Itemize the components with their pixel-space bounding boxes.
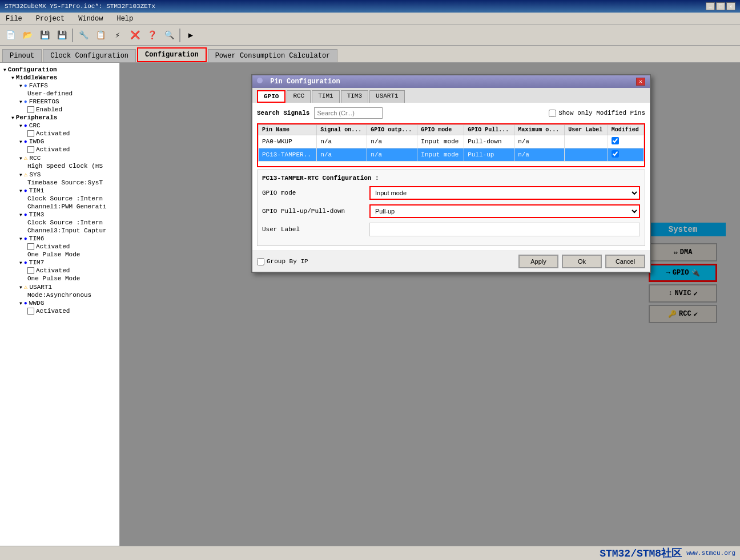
tree-middlewares[interactable]: MiddleWares (10, 74, 117, 82)
toolbar-new[interactable]: 📄 (2, 27, 18, 43)
menu-project[interactable]: Project (33, 14, 68, 24)
tree-rcc[interactable]: ⚠ RCC (18, 154, 117, 162)
cancel-button[interactable]: Cancel (605, 255, 645, 268)
tree-freertos[interactable]: ● FREERTOS (18, 98, 117, 106)
tree-crc[interactable]: ● CRC (18, 122, 117, 130)
tim1-ch1[interactable]: Channel1:PWM Generati (26, 203, 117, 211)
fatfs-user-defined[interactable]: User-defined (26, 90, 117, 98)
tree-tim3[interactable]: ● TIM3 (18, 211, 117, 219)
tim1-clock-label: Clock Source :Intern (27, 195, 103, 202)
wwdg-checkbox[interactable] (27, 308, 34, 315)
wwdg-activated[interactable]: Activated (26, 307, 117, 315)
tree-tim1[interactable]: ● TIM1 (18, 187, 117, 195)
search-input[interactable] (314, 107, 383, 119)
tim1-label: TIM1 (29, 187, 44, 194)
menu-window[interactable]: Window (75, 14, 106, 24)
iwdg-checkbox[interactable] (27, 146, 34, 153)
window-controls: _ □ ✕ (706, 2, 735, 10)
tim3-ch3[interactable]: Channel3:Input Captur (26, 227, 117, 235)
gpio-pull-select[interactable]: No pull-up and no pull-down Pull-up Pull… (369, 204, 640, 218)
tab-clock[interactable]: Clock Configuration (43, 49, 136, 62)
toolbar-open[interactable]: 📂 (19, 27, 35, 43)
toolbar-save[interactable]: 💾 (37, 27, 53, 43)
modal-overlay: Pin Configuration ✕ GPIO RCC TIM1 (120, 63, 740, 546)
maximize-button[interactable]: □ (716, 2, 725, 10)
dialog-tab-gpio[interactable]: GPIO (257, 90, 285, 103)
dialog-tab-usart1[interactable]: USART1 (369, 90, 405, 103)
tree-sys[interactable]: ⚠ SYS (18, 170, 117, 179)
ok-button[interactable]: Ok (562, 255, 602, 268)
tim1-clock[interactable]: Clock Source :Intern (26, 195, 117, 203)
toolbar-run[interactable]: ▶ (183, 27, 199, 43)
dialog-tab-rcc[interactable]: RCC (287, 90, 311, 103)
show-modified-checkbox[interactable] (549, 110, 556, 117)
dialog-tab-tim3[interactable]: TIM3 (341, 90, 368, 103)
tree-configuration-label[interactable]: Configuration (2, 66, 117, 74)
iwdg-activated[interactable]: Activated (26, 146, 117, 154)
dialog-title-content: Pin Configuration (257, 78, 340, 86)
toolbar-btn4[interactable]: 📋 (92, 27, 108, 43)
tim3-ch3-label: Channel3:Input Captur (27, 227, 107, 234)
toolbar-btn6[interactable]: ❌ (127, 27, 143, 43)
table-row[interactable]: PC13-TAMPER.. n/a n/a Input mode Pull-up… (259, 148, 644, 162)
tim6-activated[interactable]: Activated (26, 243, 117, 251)
gpio-mode-select[interactable]: Input mode Output Push Pull Output Open … (369, 186, 640, 200)
close-button[interactable]: ✕ (726, 2, 735, 10)
dialog-tab-tim1[interactable]: TIM1 (312, 90, 339, 103)
modified-checkbox-0[interactable] (612, 137, 619, 144)
usart1-mode[interactable]: Mode:Asynchronous (26, 291, 117, 299)
toolbar-search[interactable]: 🔍 (161, 27, 177, 43)
freertos-enabled-checkbox[interactable] (27, 106, 34, 113)
crc-checkbox[interactable] (27, 130, 34, 137)
tree-peripherals-section: Peripherals ● CRC Activated (2, 114, 117, 315)
title-bar: STM32CubeMX YS-F1Pro.ioc*: STM32F103ZETx… (0, 0, 740, 13)
group-by-ip-checkbox[interactable] (257, 258, 264, 265)
apply-button[interactable]: Apply (518, 255, 558, 268)
toolbar-help[interactable]: ❓ (144, 27, 160, 43)
minimize-button[interactable]: _ (706, 2, 715, 10)
modified-0 (608, 135, 644, 148)
tree-iwdg-children: Activated (18, 146, 117, 154)
tim6-checkbox[interactable] (27, 243, 34, 250)
menu-help[interactable]: Help (113, 14, 136, 24)
toolbar-save2[interactable]: 💾 (54, 27, 70, 43)
modified-checkbox-1[interactable] (612, 150, 619, 158)
menu-file[interactable]: File (2, 14, 26, 24)
sys-timebase[interactable]: Timebase Source:SysT (26, 179, 117, 187)
tree-usart1[interactable]: ⚠ USART1 (18, 283, 117, 291)
tim3-label: TIM3 (29, 211, 44, 218)
rcc-hsc[interactable]: High Speed Clock (HS (26, 162, 117, 170)
tree-tim7[interactable]: ● TIM7 (18, 259, 117, 267)
iwdg-icon: ● (24, 139, 27, 145)
tim3-clock[interactable]: Clock Source :Intern (26, 219, 117, 227)
tab-pinout[interactable]: Pinout (2, 49, 42, 62)
toolbar-btn5[interactable]: ⚡ (110, 27, 126, 43)
freertos-enabled[interactable]: Enabled (26, 106, 117, 114)
tree-tim6[interactable]: ● TIM6 (18, 235, 117, 243)
expand-freertos (19, 98, 22, 105)
dialog-close-button[interactable]: ✕ (636, 78, 645, 86)
tree-iwdg-section: ● IWDG Activated (10, 138, 117, 154)
toolbar-btn3[interactable]: 🔧 (75, 27, 91, 43)
crc-activated[interactable]: Activated (26, 130, 117, 138)
pin-config-dialog: Pin Configuration ✕ GPIO RCC TIM1 (251, 74, 651, 273)
tree-wwdg[interactable]: ● WWDG (18, 299, 117, 307)
tim6-icon: ● (24, 236, 27, 242)
tim7-opm[interactable]: One Pulse Mode (26, 275, 117, 283)
tim7-activated[interactable]: Activated (26, 267, 117, 275)
gpio-mode-row: GPIO mode Input mode Output Push Pull Ou… (262, 186, 640, 200)
tree-iwdg[interactable]: ● IWDG (18, 138, 117, 146)
tab-power[interactable]: Power Consumption Calculator (208, 49, 338, 62)
tim7-checkbox[interactable] (27, 267, 34, 274)
tab-configuration[interactable]: Configuration (137, 47, 207, 62)
user-label-input[interactable] (369, 223, 640, 236)
tree-peripherals[interactable]: Peripherals (10, 114, 117, 122)
tree-tim3-children: Clock Source :Intern Channel3:Input Capt… (18, 219, 117, 235)
tim6-opm[interactable]: One Pulse Mode (26, 251, 117, 259)
tree-fatfs[interactable]: ● FATFS (18, 82, 117, 90)
show-modified-label: Show only Modified Pins (558, 110, 645, 116)
tree-tim1-section: ● TIM1 Clock Source :Intern Channel1:PWM… (10, 187, 117, 211)
tree-tim7-section: ● TIM7 Activated One Pulse Mode (10, 259, 117, 283)
expand-peripherals (11, 114, 14, 121)
table-row[interactable]: PA0-WKUP n/a n/a Input mode Pull-down n/… (259, 135, 644, 148)
